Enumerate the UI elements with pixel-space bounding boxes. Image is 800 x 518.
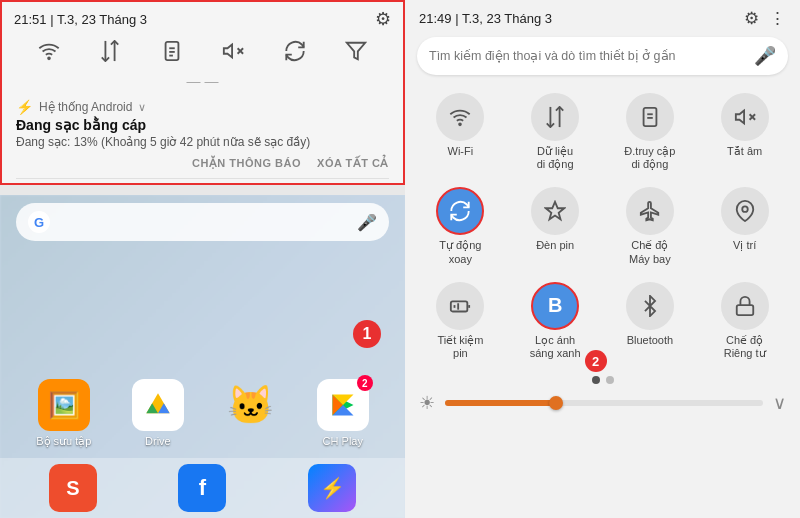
- wifi-toggle-icon: [436, 93, 484, 141]
- rotate-toggle-icon: [436, 187, 484, 235]
- access-toggle-icon: [626, 93, 674, 141]
- notif-actions: CHẶN THÔNG BÁO XÓA TẤT CẢ: [16, 157, 389, 179]
- svg-point-0: [48, 57, 50, 59]
- brightness-row: ☀ ∨: [405, 388, 800, 420]
- mute-label: Tắt âm: [727, 145, 762, 158]
- access-label: Đ.truy cậpdi động: [624, 145, 675, 171]
- app-cat[interactable]: 🐱: [224, 379, 276, 448]
- toggle-airplane[interactable]: Chế độMáy bay: [603, 179, 698, 273]
- collection-icon: 🖼️: [38, 379, 90, 431]
- file-icon[interactable]: [161, 40, 183, 67]
- quick-toggles-grid: Wi-Fi Dữ liệudi động Đ.truy cậpdi động: [405, 81, 800, 372]
- settings-icon-right[interactable]: ⚙: [744, 8, 759, 29]
- collection-label: Bộ sưu tập: [36, 435, 91, 448]
- notification-shade: 21:51 | T.3, 23 Tháng 3 ⚙: [0, 0, 405, 185]
- bottom-dock: S f ⚡: [0, 458, 405, 518]
- right-status-bar: 21:49 | T.3, 23 Tháng 3 ⚙ ⋮: [405, 0, 800, 33]
- brightness-thumb[interactable]: [549, 396, 563, 410]
- search-input-right[interactable]: [429, 49, 754, 63]
- expand-icon[interactable]: ∨: [773, 392, 786, 414]
- block-notif-button[interactable]: CHẶN THÔNG BÁO: [192, 157, 301, 170]
- bluelight-label: Lọc ánhsáng xanh: [530, 334, 581, 360]
- wifi-icon[interactable]: [38, 40, 60, 67]
- flashlight-label: Đèn pin: [536, 239, 574, 252]
- svg-rect-21: [736, 305, 753, 315]
- messenger-icon[interactable]: ⚡: [308, 464, 356, 512]
- toggle-wifi[interactable]: Wi-Fi: [413, 85, 508, 179]
- divider: — —: [2, 71, 403, 93]
- airplane-label: Chế độMáy bay: [629, 239, 671, 265]
- private-label: Chế độRiêng tư: [724, 334, 766, 360]
- home-screen: G 🎤 🖼️ Bộ sưu tập Drive: [0, 195, 405, 518]
- mute-toggle-icon: [721, 93, 769, 141]
- app-playstore[interactable]: 2 CH Play: [317, 379, 369, 448]
- cat-icon: 🐱: [224, 379, 276, 431]
- more-options-icon[interactable]: ⋮: [769, 8, 786, 29]
- dot-1: [592, 376, 600, 384]
- playstore-label: CH Play: [323, 435, 363, 447]
- dots-indicator: [405, 372, 800, 388]
- dot-2: [606, 376, 614, 384]
- toggle-mute[interactable]: Tắt âm: [697, 85, 792, 179]
- playstore-badge: 2: [357, 375, 373, 391]
- shopee-icon[interactable]: S: [49, 464, 97, 512]
- toggle-bluetooth[interactable]: Bluetooth: [603, 274, 698, 368]
- airplane-toggle-icon: [626, 187, 674, 235]
- rotate-icon[interactable]: [284, 40, 306, 67]
- drive-icon: [132, 379, 184, 431]
- dropdown-icon[interactable]: ∨: [138, 101, 146, 114]
- right-time-date: 21:49 | T.3, 23 Tháng 3: [419, 11, 552, 26]
- notif-header: ⚡ Hệ thống Android ∨: [16, 99, 389, 115]
- bluelight-toggle-icon: B 2: [531, 282, 579, 330]
- toggle-access[interactable]: Đ.truy cậpdi động: [603, 85, 698, 179]
- svg-marker-8: [347, 43, 365, 60]
- playstore-icon: 2: [317, 379, 369, 431]
- right-status-icons: ⚙ ⋮: [744, 8, 786, 29]
- clear-all-button[interactable]: XÓA TẤT CẢ: [317, 157, 389, 170]
- notif-body: Đang sạc: 13% (Khoảng 5 giờ 42 phút nữa …: [16, 135, 389, 149]
- location-toggle-icon: [721, 187, 769, 235]
- wifi-label: Wi-Fi: [448, 145, 474, 158]
- toggle-rotate[interactable]: Tự độngxoay: [413, 179, 508, 273]
- toggle-private[interactable]: Chế độRiêng tư: [697, 274, 792, 368]
- svg-marker-5: [224, 45, 232, 58]
- gear-icon[interactable]: ⚙: [375, 8, 391, 30]
- toggle-bluelight[interactable]: B 2 Lọc ánhsáng xanh: [508, 274, 603, 368]
- app-icons-row: 🖼️ Bộ sưu tập Drive 🐱: [0, 379, 405, 448]
- svg-marker-13: [735, 111, 743, 124]
- home-search-bar[interactable]: G 🎤: [16, 203, 389, 241]
- toggle-flashlight[interactable]: Đèn pin: [508, 179, 603, 273]
- quick-icons-row: [2, 34, 403, 71]
- google-logo: G: [28, 211, 50, 233]
- battery-toggle-icon: [436, 282, 484, 330]
- mic-icon-right[interactable]: 🎤: [754, 45, 776, 67]
- brightness-fill: [445, 400, 556, 406]
- app-drive[interactable]: Drive: [132, 379, 184, 448]
- search-bar-right[interactable]: 🎤: [417, 37, 788, 75]
- toggle-location[interactable]: Vị trí: [697, 179, 792, 273]
- svg-marker-16: [546, 202, 564, 219]
- app-collection[interactable]: 🖼️ Bộ sưu tập: [36, 379, 91, 448]
- left-panel: 21:51 | T.3, 23 Tháng 3 ⚙: [0, 0, 405, 518]
- bluetooth-label: Bluetooth: [627, 334, 673, 347]
- left-status-bar: 21:51 | T.3, 23 Tháng 3 ⚙: [2, 2, 403, 34]
- step-label-2: 2: [585, 350, 607, 372]
- filter-icon[interactable]: [345, 40, 367, 67]
- rotate-label: Tự độngxoay: [439, 239, 481, 265]
- app-name: Hệ thống Android: [39, 100, 132, 114]
- toggle-data[interactable]: Dữ liệudi động: [508, 85, 603, 179]
- bluetooth-toggle-icon: [626, 282, 674, 330]
- brightness-slider[interactable]: [445, 400, 763, 406]
- data-icon[interactable]: [99, 40, 121, 67]
- flashlight-toggle-icon: [531, 187, 579, 235]
- location-label: Vị trí: [733, 239, 756, 252]
- mic-icon[interactable]: 🎤: [357, 213, 377, 232]
- svg-point-17: [742, 207, 748, 213]
- step-label-1: 1: [353, 320, 381, 348]
- facebook-icon[interactable]: f: [178, 464, 226, 512]
- data-toggle-icon: [531, 93, 579, 141]
- mute-icon[interactable]: [222, 40, 244, 67]
- battery-label: Tiết kiệmpin: [437, 334, 483, 360]
- toggle-battery[interactable]: Tiết kiệmpin: [413, 274, 508, 368]
- right-panel: 21:49 | T.3, 23 Tháng 3 ⚙ ⋮ 🎤 Wi-Fi: [405, 0, 800, 518]
